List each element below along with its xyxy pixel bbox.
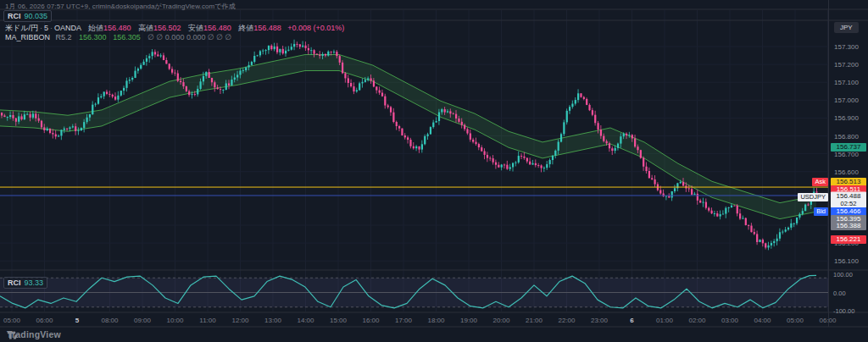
high-value: 156.502	[153, 24, 181, 32]
high-label: 高値	[138, 24, 153, 32]
ma-title: MA_RIBBON	[5, 33, 50, 41]
time-tick-label: 10:00	[166, 317, 183, 324]
symbol-title: 米ドル/円	[5, 24, 38, 32]
price-tick-label: 157.000	[834, 97, 859, 104]
ma-ribbon-legend[interactable]: MA_RIBBON R5.2 156.300 156.305 ∅ ∅ 0.000…	[5, 33, 231, 41]
time-tick-label: 02:00	[688, 317, 705, 324]
rci-bottom-pane-legend[interactable]: RCI 93.33	[3, 277, 47, 289]
price-tick-label: 157.200	[834, 61, 859, 69]
price-axis-badge: 156.48802:52	[831, 192, 866, 208]
ma-extras: ∅ ∅ 0.000 0.000 ∅ ∅ ∅	[147, 33, 231, 41]
tradingview-logo[interactable]: TradingView	[7, 329, 61, 339]
ma-param: R5.2	[56, 33, 72, 41]
time-tick-label: 22:00	[558, 317, 575, 324]
time-tick-label: 06:00	[36, 317, 53, 324]
ma-value-1: 156.300	[79, 33, 107, 41]
rci-top-pane-legend[interactable]: RCI 90.035	[3, 10, 52, 22]
main-pane[interactable]	[0, 40, 818, 251]
open-label: 始値	[88, 24, 103, 32]
time-tick-label: 08:00	[101, 317, 118, 324]
time-tick-label: 23:00	[591, 317, 608, 324]
chart-root: 1月 06, 2026 07:57 UTC+9, crimin&doskoipa…	[0, 0, 868, 342]
rci-top-value: 90.035	[25, 12, 48, 20]
symbol-interval: 5	[44, 24, 48, 32]
symbol-exchange: OANDA	[54, 24, 81, 32]
time-tick-label: 16:00	[362, 317, 379, 324]
time-tick-label: 21:00	[526, 317, 542, 324]
price-line-tag: Ask	[812, 178, 828, 186]
time-tick-label: 12:00	[231, 317, 248, 324]
time-tick-label: 06:00	[819, 317, 836, 324]
close-label: 終値	[238, 24, 253, 32]
time-tick-label: 19:00	[460, 317, 477, 324]
open-value: 156.480	[103, 24, 131, 32]
rci-pane[interactable]	[0, 275, 828, 307]
time-tick-label: 18:00	[427, 317, 444, 324]
time-tick-label: 13:00	[264, 317, 281, 324]
time-tick-label: 09:00	[134, 317, 151, 324]
rci-tick-label: 0.00	[833, 289, 846, 296]
low-value: 156.480	[203, 24, 231, 32]
price-tick-label: 156.100	[834, 257, 859, 265]
rci-bottom-value: 93.33	[25, 279, 44, 287]
rci-bottom-label: RCI	[8, 279, 21, 287]
price-tick-label: 156.800	[834, 132, 859, 140]
low-label: 安値	[188, 24, 203, 32]
time-day-marker: 6	[630, 317, 633, 324]
gridlines	[0, 10, 828, 312]
price-axis-badge: 156.388	[831, 222, 866, 230]
price-tick-label: 157.300	[834, 43, 859, 51]
time-tick-label: 05:00	[3, 317, 20, 324]
time-tick-label: 15:00	[330, 317, 347, 324]
time-tick-label: 11:00	[199, 317, 215, 324]
rci-tick-label: -100.00	[833, 307, 854, 315]
price-axis-badge: 156.221	[831, 235, 866, 244]
time-tick-label: 14:00	[297, 317, 314, 324]
time-tick-label: 03:00	[721, 317, 738, 324]
price-line-tag: USDJPY	[798, 193, 828, 201]
rci-top-label: RCI	[8, 12, 21, 20]
price-line-tag: Bid	[814, 207, 828, 216]
candles	[1, 40, 818, 251]
price-tick-label: 156.900	[834, 114, 859, 122]
close-value: 156.488	[253, 24, 281, 32]
time-day-marker: 5	[75, 317, 79, 324]
ma-value-2: 156.305	[113, 33, 141, 41]
price-tick-label: 156.600	[834, 168, 859, 175]
price-axis-badge: 156.737	[831, 143, 866, 152]
time-tick-label: 17:00	[395, 317, 412, 324]
rci-tick-label: 100.00	[833, 270, 853, 278]
price-axis-currency-chip[interactable]: JPY	[834, 22, 859, 33]
chart-canvas[interactable]	[0, 0, 868, 342]
time-tick-label: 04:00	[754, 317, 771, 324]
time-tick-label: 01:00	[656, 317, 673, 324]
tradingview-mark-icon	[7, 329, 19, 341]
change-value: +0.008 (+0.01%)	[287, 24, 344, 32]
time-tick-label: 20:00	[492, 317, 509, 324]
time-tick-label: 05:00	[787, 317, 804, 324]
price-tick-label: 157.100	[834, 79, 859, 86]
